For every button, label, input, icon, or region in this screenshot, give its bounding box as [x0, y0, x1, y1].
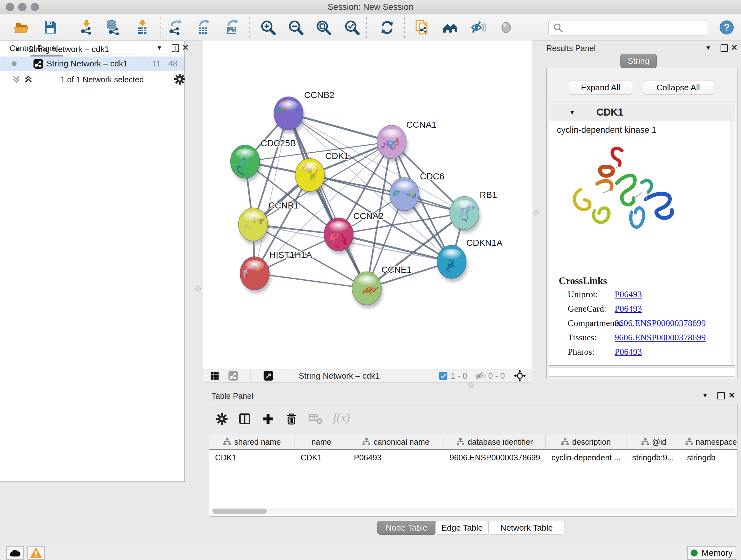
- birds-eye-view-icon[interactable]: [264, 371, 273, 381]
- save-session-icon[interactable]: [41, 18, 59, 37]
- zoom-selected-icon[interactable]: [343, 18, 361, 37]
- zoom-out-icon[interactable]: [287, 18, 305, 37]
- network-list: ▼ String Network – cdk1 1 String Network…: [0, 41, 185, 482]
- export-network-icon[interactable]: [166, 18, 184, 37]
- network-label: String Network – cdk1: [47, 59, 128, 69]
- crosslink-link[interactable]: 9606.ENSP00000378699: [615, 332, 705, 343]
- network-collection-row[interactable]: ▼ String Network – cdk1 1: [0, 42, 185, 57]
- string-home-icon[interactable]: [441, 18, 459, 37]
- table-options-gear-icon[interactable]: [215, 412, 228, 426]
- table-panel-float-icon[interactable]: [718, 392, 725, 399]
- network-node-CDC6[interactable]: CDC6: [389, 172, 444, 214]
- cell-database-identifier[interactable]: 9606.ENSP00000378699: [444, 450, 546, 465]
- column-header-database-identifier[interactable]: database identifier: [444, 435, 546, 450]
- gene-card-expander-icon[interactable]: ▼: [569, 109, 576, 116]
- node-table[interactable]: shared name name canonical name database…: [209, 435, 737, 465]
- expand-all-networks-icon[interactable]: [11, 74, 22, 84]
- show-columns-icon[interactable]: [238, 412, 252, 426]
- crosslink-link[interactable]: P06493: [615, 289, 642, 300]
- network-node-CCNA2[interactable]: CCNA2: [324, 211, 384, 254]
- zoom-fit-icon[interactable]: [315, 18, 333, 37]
- collapse-all-button[interactable]: Collapse All: [643, 80, 713, 95]
- expand-all-button[interactable]: Expand All: [569, 80, 632, 95]
- network-node-CCNB2[interactable]: CCNB2: [274, 90, 334, 133]
- node-label-CDC25B: CDC25B: [261, 138, 296, 148]
- tab-node-table[interactable]: Node Table: [377, 521, 436, 535]
- tab-edge-table[interactable]: Edge Table: [435, 521, 489, 535]
- network-node-HIST1H1A[interactable]: HIST1H1A: [240, 250, 312, 294]
- cell-namespace[interactable]: stringdb: [681, 450, 737, 465]
- cell-shared-name[interactable]: CDK1: [209, 450, 295, 465]
- collapse-all-networks-icon[interactable]: [23, 74, 34, 84]
- export-image-icon[interactable]: [223, 18, 241, 37]
- open-session-icon[interactable]: [13, 18, 30, 37]
- table-panel-close-icon[interactable]: ×: [729, 392, 735, 398]
- column-header-canonical-name[interactable]: canonical name: [348, 435, 444, 450]
- node-label-CDC6: CDC6: [420, 172, 444, 181]
- right-splitter-handle[interactable]: [534, 210, 539, 215]
- search-field[interactable]: [548, 20, 707, 36]
- network-node-CDKN1A[interactable]: CDKN1A: [437, 238, 502, 282]
- crosslink-link[interactable]: P06493: [615, 347, 642, 357]
- toolbar-separator: [249, 17, 250, 38]
- export-table-icon[interactable]: [194, 18, 212, 37]
- crosslink-link[interactable]: P06493: [615, 304, 642, 314]
- show-results-eye-icon[interactable]: [497, 18, 515, 37]
- left-splitter-handle[interactable]: [195, 286, 201, 292]
- import-network-file-icon[interactable]: [77, 18, 95, 37]
- column-header-id[interactable]: @id: [626, 435, 681, 450]
- network-view-canvas[interactable]: CCNB2CCNA1CDC25BCDK1CDC6RB1CCNB1CCNA2CDK…: [203, 41, 532, 369]
- results-panel-float-icon[interactable]: [721, 44, 728, 52]
- import-table-file-icon[interactable]: [133, 18, 151, 37]
- node-label-CCNA1: CCNA1: [406, 120, 436, 130]
- hierarchy-icon: [456, 438, 465, 446]
- zoom-in-icon[interactable]: [259, 18, 277, 37]
- results-scrollbar[interactable]: [730, 121, 734, 364]
- fit-selected-crosshair-icon[interactable]: [514, 370, 526, 382]
- gene-detail-card: ▼ CDK1 cyclin-dependent kinase 1 CrossLi…: [549, 104, 735, 366]
- help-icon[interactable]: ?: [718, 18, 736, 37]
- cell-name[interactable]: CDK1: [295, 450, 348, 465]
- results-panel-close-icon[interactable]: ×: [731, 44, 737, 51]
- network-row[interactable]: String Network – cdk1 11 48: [0, 57, 185, 71]
- network-mode-icon[interactable]: [228, 371, 238, 381]
- search-input[interactable]: [565, 21, 707, 35]
- title-bar: Session: New Session: [0, 0, 741, 14]
- clone-network-icon[interactable]: [413, 18, 431, 37]
- refresh-view-icon[interactable]: [378, 18, 396, 37]
- cell-canonical-name[interactable]: P06493: [348, 450, 444, 465]
- crosslink-label: GeneCard:: [568, 304, 606, 314]
- grid-mode-icon[interactable]: [210, 371, 219, 381]
- network-node-RB1[interactable]: RB1: [450, 190, 497, 233]
- tab-network-table[interactable]: Network Table: [488, 521, 565, 535]
- results-footer-strip: [549, 367, 735, 377]
- network-options-gear-icon[interactable]: [174, 73, 186, 85]
- import-network-database-icon[interactable]: [105, 18, 122, 37]
- gene-card-header[interactable]: ▼ CDK1: [549, 104, 735, 121]
- results-panel-menu-icon[interactable]: ▼: [705, 44, 711, 51]
- network-node-CCNE1[interactable]: CCNE1: [352, 265, 412, 308]
- network-node-CCNB1[interactable]: CCNB1: [239, 200, 299, 245]
- table-panel-menu-icon[interactable]: ▼: [702, 392, 708, 399]
- scrollbar-thumb[interactable]: [212, 509, 267, 514]
- selected-checkbox-icon[interactable]: [439, 372, 448, 380]
- column-header-namespace[interactable]: namespace: [681, 435, 737, 450]
- table-horizontal-scrollbar[interactable]: [211, 508, 736, 514]
- hide-results-eye-icon[interactable]: [469, 18, 487, 37]
- collection-expander-icon[interactable]: ▼: [14, 46, 20, 53]
- tab-string-results[interactable]: String: [620, 54, 657, 68]
- crosslink-link[interactable]: 9606.ENSP00000378699: [615, 318, 705, 328]
- string-network-graph[interactable]: CCNB2CCNA1CDC25BCDK1CDC6RB1CCNB1CCNA2CDK…: [203, 41, 532, 369]
- node-label-CCNB2: CCNB2: [304, 90, 334, 100]
- memory-button[interactable]: Memory: [687, 546, 736, 560]
- column-header-description[interactable]: description: [546, 435, 626, 450]
- warning-status-button[interactable]: [27, 546, 45, 560]
- cloud-status-button[interactable]: [6, 546, 23, 560]
- column-header-shared-name[interactable]: shared name: [209, 435, 295, 450]
- cell-description[interactable]: cyclin-dependent ...: [546, 450, 626, 465]
- delete-column-trash-icon[interactable]: [285, 412, 298, 426]
- node-label-CDK1: CDK1: [325, 151, 349, 161]
- cell-id[interactable]: stringdb:9...: [626, 450, 681, 465]
- create-column-plus-icon[interactable]: [261, 412, 275, 426]
- column-header-name[interactable]: name: [295, 435, 348, 450]
